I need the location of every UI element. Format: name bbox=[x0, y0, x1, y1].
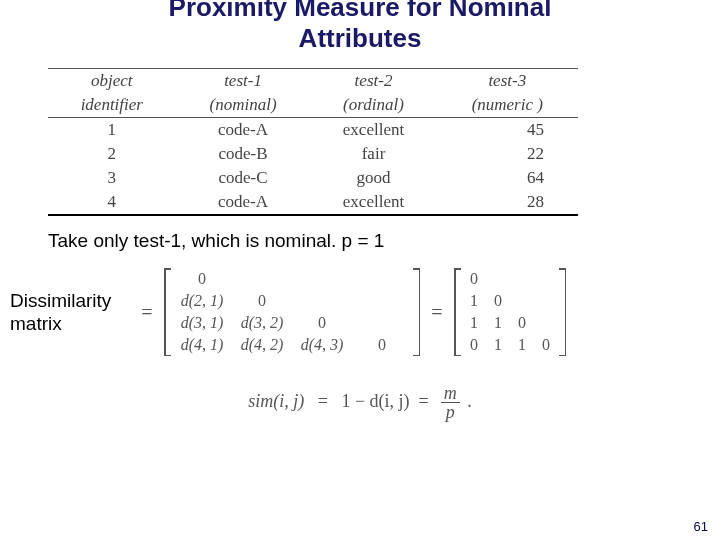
equals-sign-2: = bbox=[424, 301, 450, 324]
m32: d(4, 3) bbox=[292, 336, 352, 354]
m30: d(4, 1) bbox=[172, 336, 232, 354]
title-line-2: Attributes bbox=[299, 23, 422, 53]
m00: 0 bbox=[172, 270, 232, 288]
m11: 0 bbox=[232, 292, 292, 310]
col-header-test2: test-2 bbox=[310, 69, 436, 94]
cell-id: 2 bbox=[48, 142, 176, 166]
cell-t3: 64 bbox=[437, 166, 578, 190]
left-bracket-icon bbox=[160, 268, 172, 356]
col-sub-test3: (numeric ) bbox=[437, 93, 578, 118]
m22: 0 bbox=[292, 314, 352, 332]
data-table: object test-1 test-2 test-3 identifier (… bbox=[48, 68, 578, 216]
title-line-1: Proximity Measure for Nominal bbox=[169, 0, 552, 22]
cell-t2: fair bbox=[310, 142, 436, 166]
cell-id: 4 bbox=[48, 190, 176, 215]
cell-t3: 28 bbox=[437, 190, 578, 215]
slide-title: Proximity Measure for Nominal Attributes bbox=[0, 0, 720, 54]
cell-t2: good bbox=[310, 166, 436, 190]
col-sub-test2: (ordinal) bbox=[310, 93, 436, 118]
cell-t1: code-A bbox=[176, 190, 311, 215]
right-bracket-icon bbox=[558, 268, 570, 356]
fraction-icon: m p bbox=[441, 384, 460, 421]
table-row: 2 code-B fair 22 bbox=[48, 142, 578, 166]
m31: d(4, 2) bbox=[232, 336, 292, 354]
m10: d(2, 1) bbox=[172, 292, 232, 310]
n33: 0 bbox=[534, 336, 558, 354]
table-row: 4 code-A excellent 28 bbox=[48, 190, 578, 215]
cell-t2: excellent bbox=[310, 190, 436, 215]
cell-t3: 22 bbox=[437, 142, 578, 166]
m20: d(3, 1) bbox=[172, 314, 232, 332]
data-table-wrap: object test-1 test-2 test-3 identifier (… bbox=[48, 68, 680, 216]
table-row: 3 code-C good 64 bbox=[48, 166, 578, 190]
matrix-label: Dissimilarity matrix bbox=[10, 289, 134, 337]
left-bracket-icon bbox=[450, 268, 462, 356]
col-sub-object: identifier bbox=[48, 93, 176, 118]
table-row: 1 code-A excellent 45 bbox=[48, 118, 578, 143]
matrix-label-l2: matrix bbox=[10, 313, 62, 334]
right-bracket-icon bbox=[412, 268, 424, 356]
col-header-test3: test-3 bbox=[437, 69, 578, 94]
matrix-row: Dissimilarity matrix = 0 d(2, 1)0 d(3, 1… bbox=[10, 268, 720, 356]
cell-id: 3 bbox=[48, 166, 176, 190]
sim-mid: 1 − d(i, j) bbox=[341, 391, 409, 411]
col-sub-test1: (nominal) bbox=[176, 93, 311, 118]
cell-id: 1 bbox=[48, 118, 176, 143]
sim-dot: . bbox=[467, 391, 472, 411]
frac-top: m bbox=[441, 384, 460, 403]
m33: 0 bbox=[352, 336, 412, 354]
n20: 1 bbox=[462, 314, 486, 332]
col-header-test1: test-1 bbox=[176, 69, 311, 94]
n31: 1 bbox=[486, 336, 510, 354]
cell-t1: code-C bbox=[176, 166, 311, 190]
n10: 1 bbox=[462, 292, 486, 310]
matrix-label-l1: Dissimilarity bbox=[10, 290, 111, 311]
cell-t3: 45 bbox=[437, 118, 578, 143]
n11: 0 bbox=[486, 292, 510, 310]
n22: 0 bbox=[510, 314, 534, 332]
m21: d(3, 2) bbox=[232, 314, 292, 332]
cell-t1: code-A bbox=[176, 118, 311, 143]
n21: 1 bbox=[486, 314, 510, 332]
n30: 0 bbox=[462, 336, 486, 354]
cell-t2: excellent bbox=[310, 118, 436, 143]
symbolic-matrix: 0 d(2, 1)0 d(3, 1)d(3, 2)0 d(4, 1)d(4, 2… bbox=[160, 268, 424, 356]
n00: 0 bbox=[462, 270, 486, 288]
page-number: 61 bbox=[694, 519, 708, 534]
frac-bot: p bbox=[441, 403, 460, 421]
sim-lhs: sim(i, j) bbox=[248, 391, 304, 411]
n32: 1 bbox=[510, 336, 534, 354]
equals-sign-1: = bbox=[134, 301, 160, 324]
col-header-object: object bbox=[48, 69, 176, 94]
caption-text: Take only test-1, which is nominal. p = … bbox=[48, 230, 720, 252]
numeric-matrix: 0 10 110 0110 bbox=[450, 268, 570, 356]
similarity-formula: sim(i, j) = 1 − d(i, j) = m p . bbox=[0, 384, 720, 421]
cell-t1: code-B bbox=[176, 142, 311, 166]
